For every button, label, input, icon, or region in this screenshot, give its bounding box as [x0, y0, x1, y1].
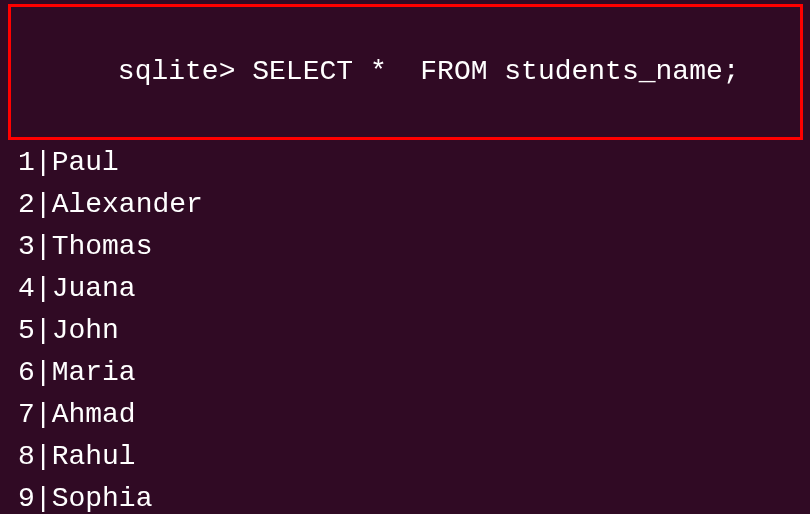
row-name: Alexander [52, 189, 203, 220]
terminal-window: sqlite> SELECT * FROM students_name; 1|P… [0, 0, 810, 514]
sqlite-prompt: sqlite> [118, 56, 236, 87]
separator: | [35, 273, 52, 304]
space [235, 56, 252, 87]
row-id: 3 [18, 231, 35, 262]
highlighted-command: sqlite> SELECT * FROM students_name; [8, 4, 803, 140]
row-name: Maria [52, 357, 136, 388]
query-results: 1|Paul2|Alexander3|Thomas4|Juana5|John6|… [8, 142, 802, 514]
separator: | [35, 315, 52, 346]
sql-query: SELECT * FROM students_name; [252, 56, 739, 87]
row-id: 5 [18, 315, 35, 346]
row-id: 8 [18, 441, 35, 472]
result-row: 4|Juana [8, 268, 802, 310]
row-name: Paul [52, 147, 119, 178]
separator: | [35, 147, 52, 178]
result-row: 8|Rahul [8, 436, 802, 478]
row-name: Rahul [52, 441, 136, 472]
row-id: 6 [18, 357, 35, 388]
result-row: 5|John [8, 310, 802, 352]
result-row: 2|Alexander [8, 184, 802, 226]
row-id: 2 [18, 189, 35, 220]
separator: | [35, 399, 52, 430]
row-name: Thomas [52, 231, 153, 262]
result-row: 3|Thomas [8, 226, 802, 268]
row-id: 7 [18, 399, 35, 430]
separator: | [35, 189, 52, 220]
row-name: John [52, 315, 119, 346]
row-name: Juana [52, 273, 136, 304]
row-id: 9 [18, 483, 35, 514]
row-id: 4 [18, 273, 35, 304]
row-name: Sophia [52, 483, 153, 514]
separator: | [35, 357, 52, 388]
result-row: 7|Ahmad [8, 394, 802, 436]
row-id: 1 [18, 147, 35, 178]
separator: | [35, 483, 52, 514]
result-row: 1|Paul [8, 142, 802, 184]
result-row: 9|Sophia [8, 478, 802, 514]
separator: | [35, 231, 52, 262]
separator: | [35, 441, 52, 472]
row-name: Ahmad [52, 399, 136, 430]
result-row: 6|Maria [8, 352, 802, 394]
